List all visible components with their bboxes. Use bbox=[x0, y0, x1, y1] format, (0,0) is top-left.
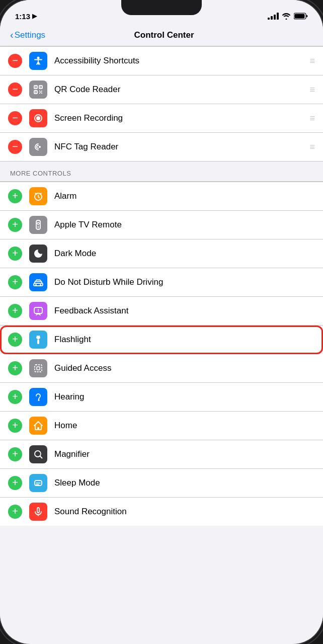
qr-icon bbox=[29, 80, 47, 99]
drag-handle-icon: ≡ bbox=[309, 56, 315, 66]
add-hearing-button[interactable]: + bbox=[8, 390, 22, 404]
flashlight-list-item: + Flashlight bbox=[0, 326, 323, 354]
content-scroll[interactable]: − Accessibility Shortcuts ≡ − bbox=[0, 46, 323, 640]
svg-rect-7 bbox=[40, 87, 41, 88]
drag-handle-icon: ≡ bbox=[309, 142, 315, 152]
alarm-icon bbox=[29, 187, 47, 205]
notch bbox=[121, 0, 202, 15]
svg-rect-8 bbox=[35, 92, 36, 93]
appletv-remote-icon bbox=[29, 216, 47, 234]
guided-access-label: Guided Access bbox=[54, 363, 315, 373]
add-dnd-driving-button[interactable]: + bbox=[8, 275, 22, 289]
home-icon bbox=[29, 417, 47, 435]
add-sound-recognition-button[interactable]: + bbox=[8, 505, 22, 519]
list-item: + Do Not Disturb While Driving bbox=[0, 268, 323, 297]
sound-recognition-label: Sound Recognition bbox=[54, 507, 315, 517]
more-controls-header: MORE CONTROLS bbox=[0, 162, 323, 182]
sleep-mode-icon bbox=[29, 474, 47, 492]
list-item: + Alarm bbox=[0, 182, 323, 211]
nfc-icon bbox=[29, 138, 47, 156]
magnifier-icon bbox=[29, 445, 47, 463]
magnifier-label: Magnifier bbox=[54, 449, 315, 459]
phone-screen: 1:13 ▶ bbox=[0, 0, 323, 644]
list-item: + Home bbox=[0, 412, 323, 440]
list-item: − Screen Recording ≡ bbox=[0, 104, 323, 133]
remove-qr-button[interactable]: − bbox=[8, 83, 22, 97]
add-darkmode-button[interactable]: + bbox=[8, 247, 22, 261]
flashlight-icon bbox=[29, 331, 47, 349]
svg-point-18 bbox=[35, 284, 37, 286]
drag-handle-icon: ≡ bbox=[309, 113, 315, 124]
svg-rect-17 bbox=[34, 283, 43, 286]
svg-rect-1 bbox=[295, 14, 305, 19]
status-icons bbox=[268, 13, 308, 20]
flashlight-label: Flashlight bbox=[54, 335, 315, 345]
add-sleep-mode-button[interactable]: + bbox=[8, 476, 22, 490]
list-item: − QR Code Reader ≡ bbox=[0, 75, 323, 104]
screen-recording-label: Screen Recording bbox=[54, 113, 305, 123]
list-item: − Accessibility Shortcuts ≡ bbox=[0, 46, 323, 75]
svg-rect-23 bbox=[35, 365, 42, 372]
add-appletv-button[interactable]: + bbox=[8, 218, 22, 232]
svg-text:!: ! bbox=[38, 308, 39, 313]
svg-point-2 bbox=[37, 57, 40, 59]
included-section: − Accessibility Shortcuts ≡ − bbox=[0, 46, 323, 162]
feedback-assistant-icon: ! bbox=[29, 302, 47, 320]
battery-icon bbox=[294, 13, 308, 20]
page-title: Control Center bbox=[15, 30, 313, 40]
home-label: Home bbox=[54, 421, 315, 431]
svg-rect-16 bbox=[38, 227, 39, 228]
accessibility-label: Accessibility Shortcuts bbox=[54, 56, 305, 66]
qr-label: QR Code Reader bbox=[54, 85, 305, 95]
svg-rect-22 bbox=[37, 340, 39, 344]
svg-point-10 bbox=[36, 116, 40, 120]
back-chevron-icon: ‹ bbox=[10, 29, 14, 41]
drag-handle-icon: ≡ bbox=[309, 85, 315, 95]
dnd-driving-label: Do Not Disturb While Driving bbox=[54, 277, 315, 287]
dark-mode-icon bbox=[29, 245, 47, 263]
remove-nfc-button[interactable]: − bbox=[8, 140, 22, 154]
phone-frame: 1:13 ▶ bbox=[0, 0, 323, 644]
list-item: + Dark Mode bbox=[0, 239, 323, 268]
list-item: + ! Feedback Assistant bbox=[0, 297, 323, 326]
add-feedback-button[interactable]: + bbox=[8, 304, 22, 318]
svg-point-11 bbox=[39, 146, 41, 148]
status-time: 1:13 ▶ bbox=[15, 12, 37, 21]
svg-point-14 bbox=[37, 222, 39, 224]
list-item: + Hearing bbox=[0, 383, 323, 412]
dark-mode-label: Dark Mode bbox=[54, 249, 315, 259]
svg-point-25 bbox=[38, 399, 40, 401]
time-display: 1:13 bbox=[15, 12, 30, 21]
add-alarm-button[interactable]: + bbox=[8, 189, 22, 203]
nav-header: ‹ Settings Control Center bbox=[0, 25, 323, 46]
svg-rect-6 bbox=[35, 87, 36, 88]
svg-rect-24 bbox=[37, 367, 40, 370]
sleep-mode-label: Sleep Mode bbox=[54, 478, 315, 488]
add-magnifier-button[interactable]: + bbox=[8, 447, 22, 461]
svg-rect-15 bbox=[38, 226, 39, 227]
accessibility-icon bbox=[29, 52, 47, 70]
list-item: + Guided Access bbox=[0, 354, 323, 383]
add-guided-access-button[interactable]: + bbox=[8, 361, 22, 375]
svg-rect-28 bbox=[37, 508, 39, 513]
hearing-label: Hearing bbox=[54, 392, 315, 402]
list-item: + Magnifier bbox=[0, 440, 323, 469]
appletv-remote-label: Apple TV Remote bbox=[54, 220, 315, 230]
nfc-label: NFC Tag Reader bbox=[54, 142, 305, 152]
sound-recognition-icon bbox=[29, 503, 47, 521]
screen-recording-icon bbox=[29, 109, 47, 127]
location-icon: ▶ bbox=[32, 13, 37, 20]
remove-screen-recording-button[interactable]: − bbox=[8, 111, 22, 125]
alarm-label: Alarm bbox=[54, 191, 315, 201]
more-controls-section: + Alarm + bbox=[0, 182, 323, 526]
remove-accessibility-button[interactable]: − bbox=[8, 54, 22, 68]
signal-icon bbox=[268, 13, 279, 20]
wifi-icon bbox=[282, 13, 291, 20]
hearing-icon bbox=[29, 388, 47, 406]
list-item: + Sound Recognition bbox=[0, 498, 323, 526]
list-item: + Sleep Mode bbox=[0, 469, 323, 498]
add-flashlight-button[interactable]: + bbox=[8, 333, 22, 347]
list-item: − NFC Tag Reader ≡ bbox=[0, 133, 323, 162]
add-home-button[interactable]: + bbox=[8, 419, 22, 433]
dnd-driving-icon bbox=[29, 273, 47, 291]
